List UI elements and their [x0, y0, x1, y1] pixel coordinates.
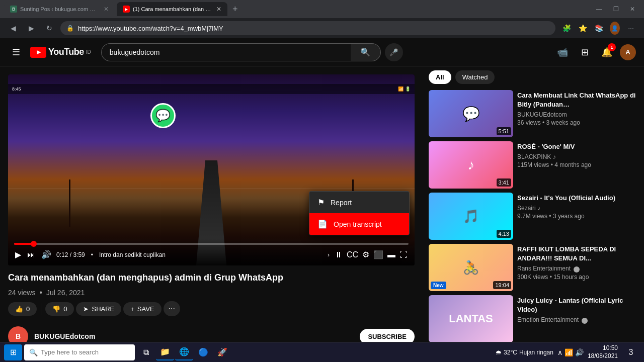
system-icons: ∧ 📶 🔊 [557, 348, 584, 356]
rec-duration-2: 3:41 [497, 178, 511, 187]
search-input[interactable] [101, 43, 351, 61]
clock[interactable]: 10:50 18/08/2021 [588, 344, 618, 360]
tab-inactive[interactable]: B Sunting Pos ‹ bukugue.com — W... ✕ [4, 2, 115, 16]
profile-button[interactable]: 👤 [608, 21, 622, 35]
subtitles-button[interactable]: CC [346, 249, 359, 260]
taskbar-file-explorer[interactable]: 📁 [156, 344, 174, 360]
fullscreen-button[interactable]: ⛶ [398, 249, 409, 260]
verified-icon-4: ✓ [574, 266, 580, 273]
share-button[interactable]: ➤ SHARE [76, 302, 121, 316]
rec-item-3[interactable]: 🎵 4:13 Sezairi - It's You (Official Audi… [429, 193, 638, 240]
search-bar: 🔍 🎤 [101, 43, 403, 61]
taskbar-search[interactable]: 🔍 [24, 344, 135, 360]
filter-watched[interactable]: Watched [455, 70, 495, 84]
mic-button[interactable]: 🎤 [385, 43, 403, 61]
search-button[interactable]: 🔍 [351, 43, 381, 61]
clock-date: 18/08/2021 [588, 352, 618, 360]
show-desktop-button[interactable]: 3 [622, 344, 640, 360]
video-controls: ▶ ⏭ 🔊 0:12 / 3:59 • Intro dan sedikit cu… [8, 239, 415, 265]
video-actions: 👍 0 👎 0 ➤ SHARE + SAVE ··· [8, 301, 415, 316]
video-date: Jul 26, 2021 [46, 289, 85, 297]
like-button[interactable]: 👍 0 [8, 302, 37, 316]
taskbar: ⊞ 🔍 ⧉ 📁 🌐 🔵 🚀 🌧 32°C Hujan ringan ∧ 📶 🔊 … [0, 342, 644, 362]
context-menu-transcript[interactable]: 📄 Open transcript [309, 213, 409, 235]
url-bar[interactable]: 🔒 [60, 21, 555, 35]
progress-bar[interactable] [14, 243, 409, 245]
tab-active[interactable]: ▶ (1) Cara menambahkan (dan me... ✕ [117, 2, 227, 16]
taskbar-task-view[interactable]: ⧉ [137, 344, 155, 360]
youtube-logo[interactable]: YouTube ID [30, 47, 91, 58]
rec-title-4: RAFFI IKUT LOMBA SEPEDA DI ANDARA!!! SEM… [517, 245, 638, 263]
chapter-text: Intro dan sedikit cuplikan [99, 251, 324, 258]
user-avatar[interactable]: A [620, 44, 636, 60]
video-player[interactable]: 8:45 📶 🔋 💬 ▶ ⏭ 🔊 [8, 74, 415, 265]
context-menu-report[interactable]: ⚑ Report [309, 192, 409, 213]
report-label: Report [331, 199, 352, 207]
rec-meta-1: 36 views • 3 weeks ago [517, 119, 638, 126]
channel-avatar: B [8, 326, 28, 342]
dislike-button[interactable]: 👎 0 [45, 302, 74, 316]
maximize-button[interactable]: ❐ [608, 2, 624, 16]
rec-title-2: ROSÉ - 'Gone' M/V [517, 142, 638, 151]
rec-title-1: Cara Membuat Link Chat WhatsApp di Bitly… [517, 91, 638, 109]
theater-button[interactable]: ▬ [386, 249, 396, 260]
taskbar-search-input[interactable] [41, 348, 121, 356]
taskbar-rocket[interactable]: 🚀 [213, 344, 231, 360]
extensions-button[interactable]: 🧩 [559, 21, 574, 35]
volume-button[interactable]: 🔊 [40, 249, 52, 260]
forward-button[interactable]: ▶ [24, 21, 38, 35]
rec-item-2[interactable]: ♪ 3:41 ROSÉ - 'Gone' M/V BLACKPINK ♪ 115… [429, 141, 638, 189]
subscribe-button[interactable]: SUBSCRIBE [360, 329, 415, 342]
video-meta: 24 views • Jul 26, 2021 [8, 288, 415, 297]
filter-chips: All Watched [429, 70, 638, 84]
menu-button[interactable]: ☰ [8, 43, 24, 62]
notifications-button[interactable]: 🔔 1 [598, 43, 616, 61]
collections-button[interactable]: 📚 [592, 21, 606, 35]
refresh-button[interactable]: ↻ [42, 21, 56, 35]
favorites-button[interactable]: ⭐ [576, 21, 590, 35]
wifi-icon[interactable]: 📶 [565, 348, 573, 356]
start-button[interactable]: ⊞ [4, 344, 22, 360]
tab-close-2[interactable]: ✕ [216, 6, 221, 13]
transcript-label: Open transcript [334, 220, 382, 228]
tree-left [69, 179, 70, 227]
url-input[interactable] [78, 25, 549, 32]
minimize-button[interactable]: — [591, 2, 607, 16]
tab-favicon-1: B [10, 6, 17, 13]
time-display: 0:12 / 3:59 [56, 251, 85, 258]
miniplayer-button[interactable]: ⬛ [372, 249, 384, 260]
weather-temp: 32°C [504, 349, 517, 356]
play-button[interactable]: ▶ [14, 249, 22, 260]
rec-badge-4: New [431, 282, 446, 289]
back-button[interactable]: ◀ [6, 21, 20, 35]
apps-button[interactable]: ⊞ [576, 43, 594, 61]
rec-duration-4: 19:04 [493, 281, 511, 289]
phone-status-bar: 8:45 📶 🔋 [8, 84, 415, 94]
rec-channel-5: Emotion Entertainment ✓ [517, 316, 638, 324]
taskbar-chrome[interactable]: 🔵 [194, 344, 212, 360]
verified-icon-5: ✓ [582, 318, 588, 324]
rec-item-4[interactable]: 🚴 19:04 New RAFFI IKUT LOMBA SEPEDA DI A… [429, 244, 638, 291]
new-tab-button[interactable]: + [229, 4, 241, 15]
rec-info-2: ROSÉ - 'Gone' M/V BLACKPINK ♪ 115M views… [517, 141, 638, 189]
settings-button[interactable]: ··· [624, 21, 638, 35]
video-info: Cara menambahkan (dan menghapus) admin d… [8, 265, 415, 322]
volume-icon[interactable]: 🔊 [575, 348, 584, 356]
rec-item-1[interactable]: 💬 5:51 Cara Membuat Link Chat WhatsApp d… [429, 90, 638, 137]
pause-overlay-button[interactable]: ⏸ [334, 249, 344, 260]
chevron-up-icon[interactable]: ∧ [557, 348, 562, 356]
create-video-button[interactable]: 📹 [553, 43, 572, 61]
save-button[interactable]: + SAVE [123, 302, 161, 316]
filter-all[interactable]: All [429, 70, 451, 84]
tab-close-1[interactable]: ✕ [104, 6, 109, 13]
close-button[interactable]: ✕ [625, 2, 640, 16]
youtube-logo-badge: ID [86, 49, 91, 55]
channel-name[interactable]: BUKUGUEdotcom [34, 332, 95, 340]
taskbar-edge[interactable]: 🌐 [175, 344, 193, 360]
rec-item-5[interactable]: LANTAS Juicy Luicy - Lantas (Official Ly… [429, 295, 638, 342]
next-button[interactable]: ⏭ [26, 249, 36, 260]
youtube-logo-text: YouTube [48, 47, 84, 57]
more-actions-button[interactable]: ··· [164, 301, 180, 316]
settings-button[interactable]: ⚙ [361, 249, 370, 260]
main-content: 8:45 📶 🔋 💬 ▶ ⏭ 🔊 [0, 66, 644, 342]
